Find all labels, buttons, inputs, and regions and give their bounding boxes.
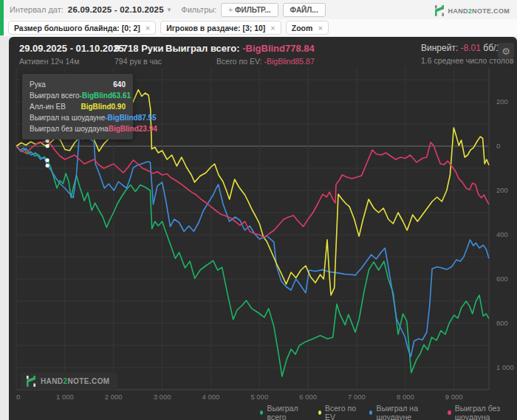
- legend-dot-icon: [369, 410, 373, 415]
- hover-marker-dot: [46, 164, 49, 168]
- tooltip-row-3: Выиграл на шоудауне-BigBlind87.55: [30, 112, 126, 123]
- tooltip-value: -BigBlind63.61: [80, 92, 131, 100]
- tooltip-row-4: Выиграл без шоудаунаBigBlind23.94: [30, 123, 126, 134]
- brand-logo: HAND2NOTE.COM: [434, 5, 510, 16]
- legend-label: Выиграл на шоудауне: [376, 404, 436, 420]
- interval-label: Интервал дат:: [10, 5, 64, 14]
- filter-chip-2[interactable]: Zoom×: [286, 21, 329, 35]
- chart-legend: Выиграл всегоВсего по EVВыиграл на шоуда…: [260, 404, 517, 420]
- legend-label: Всего по EV: [325, 404, 357, 420]
- tooltip-row-1: Выиграл всего-BigBlind63.61: [30, 90, 126, 101]
- tooltip-label: Алл-ин EB: [30, 103, 66, 111]
- close-icon[interactable]: ×: [318, 24, 322, 32]
- x-tick-label: 0: [16, 393, 20, 401]
- interval-value[interactable]: 26.09.2025 - 02.10.2025: [68, 5, 164, 14]
- y-tick-label: 800: [496, 319, 508, 327]
- add-filter-button[interactable]: +ФИЛЬТР...: [221, 3, 278, 17]
- chart-tooltip: Рука640Выиграл всего-BigBlind63.61Алл-ин…: [22, 74, 133, 140]
- y-tick-label: 0: [496, 142, 500, 150]
- stats-panel: 29.09.2025 - 01.10.2025 Активен 12ч 14м …: [9, 37, 517, 420]
- chart-watermark: HAND2NOTE.COM: [21, 373, 117, 390]
- tooltip-value: BigBlind0.90: [81, 103, 126, 111]
- x-tick-label: 6 000: [299, 393, 317, 401]
- legend-item-2[interactable]: Выиграл на шоудауне: [369, 404, 436, 420]
- plus-icon: +: [228, 6, 233, 14]
- watermark-text: HAND2NOTE.COM: [41, 377, 110, 385]
- tooltip-label: Выиграл на шоудауне: [30, 114, 105, 122]
- legend-dot-icon: [318, 410, 321, 415]
- close-icon[interactable]: ×: [145, 24, 150, 32]
- series-line-выиграл-без-шоудауна[interactable]: [16, 141, 489, 238]
- tooltip-label: Выиграл всего: [30, 92, 80, 100]
- tooltip-value: -BigBlind87.55: [105, 114, 156, 122]
- filter-chip-label: Размер большого блайнда: [0; 2]: [14, 24, 140, 32]
- y-tick-label: 200: [496, 97, 508, 106]
- brand-text: HAND2NOTE.COM: [448, 7, 510, 15]
- legend-item-0[interactable]: Выиграл всего: [260, 404, 307, 420]
- hand2note-icon: [26, 376, 36, 387]
- legend-label: Выиграл без шоудауна: [455, 404, 517, 420]
- filter-chip-label: Игроков в раздаче: [3; 10]: [166, 24, 265, 32]
- x-tick-label: 5 000: [250, 393, 268, 401]
- x-tick-label: 7 000: [348, 393, 366, 401]
- tooltip-row-0: Рука640: [30, 79, 126, 90]
- chevron-down-icon[interactable]: ▾: [168, 6, 171, 13]
- series-line-выиграл-всего[interactable]: [16, 146, 489, 376]
- y-tick-label: 1 000: [496, 363, 514, 371]
- close-icon[interactable]: ×: [270, 24, 275, 32]
- x-tick-label: 2 000: [105, 393, 123, 401]
- tooltip-label: Рука: [30, 80, 46, 89]
- tooltip-row-2: Алл-ин EBBigBlind0.90: [30, 101, 126, 112]
- x-tick-label: 8 000: [397, 393, 414, 401]
- x-tick-label: 9 000: [445, 393, 463, 401]
- legend-item-1[interactable]: Всего по EV: [318, 404, 357, 420]
- filters-label: Фильтры:: [181, 5, 216, 14]
- tooltip-label: Выиграл без шоудауна: [30, 125, 109, 133]
- legend-item-3[interactable]: Выиграл без шоудауна: [448, 404, 517, 420]
- x-tick-label: 4 000: [202, 393, 220, 401]
- tooltip-value: 640: [113, 80, 126, 89]
- legend-dot-icon: [448, 410, 451, 415]
- y-tick-label: 200: [496, 186, 508, 194]
- hover-marker-dot: [46, 144, 49, 148]
- filter-chip-0[interactable]: Размер большого блайнда: [0; 2]×: [8, 21, 156, 35]
- file-button[interactable]: ФАЙЛ...: [283, 3, 326, 17]
- x-tick-label: 3 000: [154, 393, 171, 401]
- filter-chip-row: Размер большого блайнда: [0; 2]×Игроков …: [4, 19, 517, 36]
- hover-marker-dot: [46, 158, 49, 162]
- legend-label: Выиграл всего: [267, 404, 306, 420]
- x-tick-label: 1 000: [56, 393, 74, 401]
- y-tick-label: 600: [496, 275, 508, 283]
- legend-dot-icon: [260, 410, 263, 415]
- y-tick-label: 400: [496, 230, 508, 238]
- filter-chip-label: Zoom: [292, 24, 313, 32]
- filter-chip-1[interactable]: Игроков в раздаче: [3; 10]×: [160, 21, 281, 35]
- tooltip-value: BigBlind23.94: [109, 125, 157, 133]
- hand2note-icon: [434, 5, 445, 16]
